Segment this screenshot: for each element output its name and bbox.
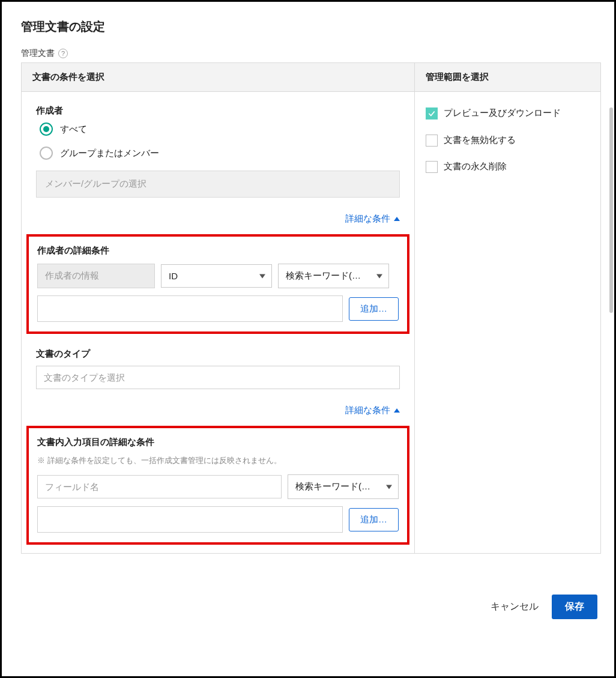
chevron-down-icon	[376, 274, 382, 278]
chevron-down-icon	[259, 274, 265, 278]
conditions-header: 文書の条件を選択	[22, 63, 414, 92]
scope-preview-label: プレビュー及びダウンロード	[444, 106, 561, 120]
creator-title: 作成者	[36, 105, 400, 117]
creator-block: 作成者 すべて グループまたはメンバー メンバー/グループの選択	[22, 92, 414, 202]
creator-advanced-box: 作成者の詳細条件 作成者の情報 ID	[26, 234, 409, 334]
input-advanced-note: ※ 詳細な条件を設定しても、一括作成文書管理には反映されません。	[37, 455, 399, 466]
doctype-block: 文書のタイプ	[22, 342, 414, 394]
radio-group[interactable]: グループまたはメンバー	[40, 147, 400, 160]
scope-disable-row[interactable]: 文書を無効化する	[426, 133, 590, 147]
advanced-conditions-label-2: 詳細な条件	[345, 405, 390, 416]
scope-delete-row[interactable]: 文書の永久削除	[426, 160, 590, 174]
conditions-column: 文書の条件を選択 作成者 すべて グループまたはメンバー メンバー/グループの選…	[22, 63, 414, 553]
input-keyword-select[interactable]: 検索キーワード(…	[288, 474, 399, 499]
doctype-title: 文書のタイプ	[36, 348, 400, 360]
checkbox-empty-icon	[426, 135, 438, 147]
section-label: 管理文書 ?	[21, 48, 601, 59]
input-advanced-box: 文書内入力項目の詳細な条件 ※ 詳細な条件を設定しても、一括作成文書管理には反映…	[26, 426, 409, 545]
footer: キャンセル 保存	[21, 595, 601, 619]
creator-advanced-title: 作成者の詳細条件	[37, 245, 399, 256]
radio-all-indicator	[40, 123, 53, 136]
checkbox-checked-icon	[426, 107, 438, 120]
input-advanced-title: 文書内入力項目の詳細な条件	[37, 437, 399, 448]
advanced-conditions-toggle-2[interactable]: 詳細な条件	[22, 394, 414, 426]
page-title: 管理文書の設定	[21, 19, 601, 35]
save-button[interactable]: 保存	[552, 595, 597, 619]
chevron-down-icon	[386, 485, 392, 489]
scrollbar-track[interactable]	[609, 107, 613, 313]
cancel-button[interactable]: キャンセル	[491, 601, 539, 613]
chevron-up-icon	[394, 408, 400, 413]
scope-preview-row[interactable]: プレビュー及びダウンロード	[426, 106, 590, 120]
creator-keyword-select[interactable]: 検索キーワード(…	[278, 264, 389, 288]
scope-column: 管理範囲を選択 プレビュー及びダウンロード 文書を無効化する 文書の永久削除	[414, 63, 600, 553]
creator-info-placeholder: 作成者の情報	[45, 270, 99, 280]
panel-wrap: 文書の条件を選択 作成者 すべて グループまたはメンバー メンバー/グループの選…	[21, 62, 601, 554]
doctype-select-input[interactable]	[36, 366, 400, 389]
scope-header: 管理範囲を選択	[415, 63, 600, 92]
scope-disable-label: 文書を無効化する	[444, 133, 516, 147]
help-icon[interactable]: ?	[58, 49, 68, 58]
radio-all-label: すべて	[60, 124, 87, 135]
creator-field-value: ID	[169, 271, 178, 281]
section-label-text: 管理文書	[21, 48, 55, 59]
field-name-input[interactable]	[37, 475, 282, 498]
member-select-input[interactable]: メンバー/グループの選択	[36, 171, 400, 198]
input-keyword-value: 検索キーワード(…	[295, 481, 370, 491]
checkbox-empty-icon	[426, 161, 438, 173]
advanced-conditions-label: 詳細な条件	[345, 213, 390, 225]
input-adv-add-button[interactable]: 追加…	[349, 508, 399, 531]
creator-info-select: 作成者の情報	[37, 264, 155, 288]
creator-field-select[interactable]: ID	[161, 264, 272, 288]
advanced-conditions-toggle-1[interactable]: 詳細な条件	[22, 202, 414, 234]
creator-keyword-value: 検索キーワード(…	[286, 270, 361, 280]
scope-delete-label: 文書の永久削除	[444, 160, 507, 174]
radio-all[interactable]: すべて	[40, 123, 400, 136]
radio-group-indicator	[40, 147, 53, 160]
radio-group-label: グループまたはメンバー	[60, 148, 159, 159]
input-adv-value-input[interactable]	[37, 506, 343, 533]
creator-adv-add-button[interactable]: 追加…	[349, 297, 399, 321]
creator-adv-value-input[interactable]	[37, 295, 343, 322]
chevron-up-icon	[394, 217, 400, 221]
